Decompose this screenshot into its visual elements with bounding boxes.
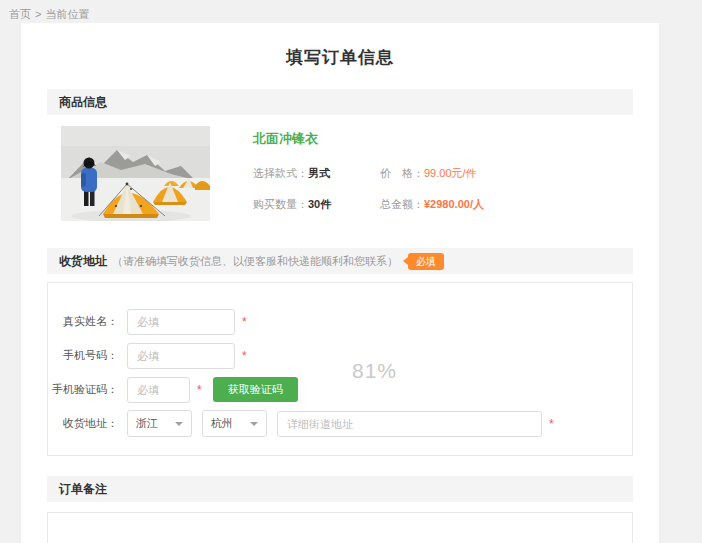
- order-card: 填写订单信息 商品信息: [21, 23, 659, 543]
- product-row: 北面冲锋衣 选择款式：男式 价 格：99.00元/件 购买数量：30件 总金额：…: [47, 115, 633, 248]
- section-header-product: 商品信息: [47, 89, 633, 115]
- phone-label: 手机号码：: [48, 348, 118, 363]
- phone-field-row: 手机号码： *: [48, 342, 632, 369]
- product-info: 北面冲锋衣 选择款式：男式 价 格：99.00元/件 购买数量：30件 总金额：…: [253, 126, 633, 221]
- price-value: 99.00元/件: [424, 167, 477, 179]
- style-label: 选择款式：: [253, 167, 308, 179]
- section-header-remarks: 订单备注: [47, 476, 633, 502]
- price-row: 价 格：99.00元/件: [380, 166, 633, 181]
- province-select[interactable]: 浙江: [127, 410, 192, 437]
- quantity-label: 购买数量：: [253, 198, 308, 210]
- code-field-row: 手机验证码： * 获取验证码: [48, 376, 632, 403]
- total-label: 总金额：: [380, 198, 424, 210]
- breadcrumb-current: 当前位置: [45, 8, 89, 20]
- province-value: 浙江: [136, 416, 158, 431]
- address-label: 收货地址：: [48, 416, 118, 431]
- chevron-down-icon: [175, 422, 183, 426]
- name-label: 真实姓名：: [48, 314, 118, 329]
- phone-required-mark: *: [242, 350, 247, 362]
- product-name[interactable]: 北面冲锋衣: [253, 130, 633, 148]
- required-badge: 必填: [408, 253, 444, 270]
- breadcrumb-separator: >: [35, 8, 41, 20]
- product-section-title: 商品信息: [59, 94, 107, 111]
- street-input[interactable]: [277, 411, 542, 437]
- city-value: 杭州: [211, 416, 233, 431]
- remarks-section-title: 订单备注: [59, 481, 107, 498]
- code-label: 手机验证码：: [48, 382, 118, 397]
- get-code-button[interactable]: 获取验证码: [213, 377, 298, 402]
- product-image: [61, 126, 210, 221]
- name-field-row: 真实姓名： *: [48, 308, 632, 335]
- page-title: 填写订单信息: [47, 23, 633, 89]
- address-required-mark: *: [549, 418, 554, 430]
- quantity-row: 购买数量：30件: [253, 197, 380, 212]
- name-required-mark: *: [242, 316, 247, 328]
- quantity-value: 30件: [308, 198, 331, 210]
- address-section-title: 收货地址: [59, 253, 107, 270]
- style-value: 男式: [308, 167, 330, 179]
- city-select[interactable]: 杭州: [202, 410, 267, 437]
- code-input[interactable]: [127, 377, 190, 403]
- phone-input[interactable]: [127, 343, 235, 369]
- breadcrumb-home-link[interactable]: 首页: [9, 8, 31, 20]
- price-label: 价 格：: [380, 167, 424, 179]
- style-row: 选择款式：男式: [253, 166, 380, 181]
- chevron-down-icon: [250, 422, 258, 426]
- name-input[interactable]: [127, 309, 235, 335]
- section-header-address: 收货地址 （请准确填写收货信息、以便客服和快递能顺利和您联系） 必填: [47, 248, 633, 274]
- total-row: 总金额：¥2980.00/人: [380, 197, 633, 212]
- total-value: ¥2980.00/人: [424, 198, 484, 210]
- address-form: 真实姓名： * 手机号码： * 手机验证码： * 获取验证码 收货地址： 浙江 …: [47, 282, 633, 456]
- address-field-row: 收货地址： 浙江 杭州 *: [48, 410, 632, 437]
- address-section-note: （请准确填写收货信息、以便客服和快递能顺利和您联系）: [112, 254, 398, 269]
- breadcrumb: 首页>当前位置: [0, 0, 702, 16]
- remarks-textarea[interactable]: [47, 512, 633, 543]
- code-required-mark: *: [197, 384, 202, 396]
